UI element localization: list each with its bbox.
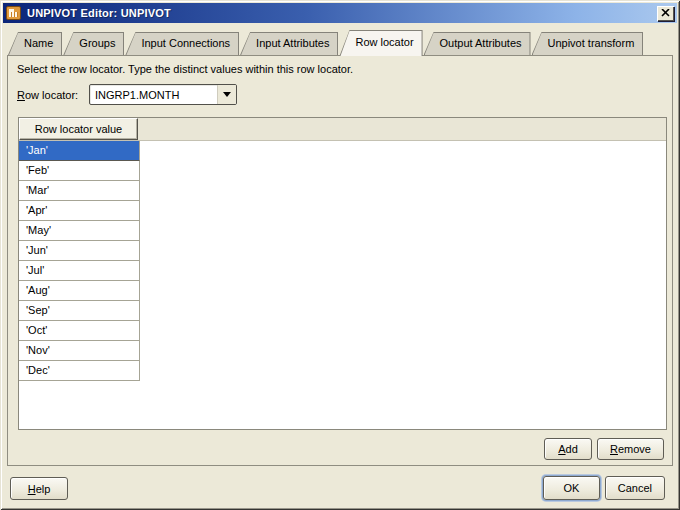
window-title: UNPIVOT Editor: UNPIVOT: [27, 7, 171, 19]
titlebar[interactable]: UNPIVOT Editor: UNPIVOT: [3, 3, 677, 23]
column-header-row-locator-value[interactable]: Row locator value: [19, 118, 138, 140]
tab-unpivot-transform[interactable]: Unpivot transform: [532, 32, 644, 55]
unpivot-editor-dialog: UNPIVOT Editor: UNPIVOT Name Groups Inpu…: [0, 0, 680, 510]
help-button[interactable]: Help: [10, 477, 68, 500]
tab-name[interactable]: Name: [8, 32, 62, 55]
close-button[interactable]: [657, 6, 674, 21]
table-row[interactable]: 'Feb': [19, 161, 140, 181]
ok-button[interactable]: OK: [543, 476, 600, 500]
tab-input-connections[interactable]: Input Connections: [125, 32, 239, 55]
row-locator-value: INGRP1.MONTH: [90, 89, 217, 101]
remove-button[interactable]: Remove: [597, 438, 664, 460]
tab-strip: Name Groups Input Connections Input Attr…: [8, 32, 644, 55]
app-icon: [6, 6, 21, 20]
dropdown-arrow-icon: [223, 92, 231, 97]
table-row[interactable]: 'Jul': [19, 261, 140, 281]
row-locator-tab-panel: Select the row locator. Type the distinc…: [7, 55, 673, 466]
cancel-button[interactable]: Cancel: [605, 476, 665, 500]
tab-input-attributes[interactable]: Input Attributes: [240, 32, 338, 55]
row-locator-table: Row locator value 'Jan' 'Feb' 'Mar' 'Apr…: [18, 117, 667, 430]
add-remove-group: Add Remove: [544, 438, 664, 460]
row-locator-label: Row locator:: [17, 89, 78, 101]
table-rows: 'Jan' 'Feb' 'Mar' 'Apr' 'May' 'Jun' 'Jul…: [19, 141, 140, 381]
close-icon: [661, 9, 670, 17]
table-row[interactable]: 'Jun': [19, 241, 140, 261]
tab-groups[interactable]: Groups: [63, 32, 124, 55]
table-row[interactable]: 'Jan': [19, 141, 140, 161]
table-header-strip: Row locator value: [19, 118, 666, 141]
tab-output-attributes[interactable]: Output Attributes: [424, 32, 531, 55]
instruction-text: Select the row locator. Type the distinc…: [17, 63, 353, 75]
table-row[interactable]: 'Mar': [19, 181, 140, 201]
tab-row-locator[interactable]: Row locator: [339, 30, 422, 56]
table-row[interactable]: 'May': [19, 221, 140, 241]
table-row[interactable]: 'Aug': [19, 281, 140, 301]
table-row[interactable]: 'Nov': [19, 341, 140, 361]
table-row[interactable]: 'Sep': [19, 301, 140, 321]
add-button[interactable]: Add: [544, 438, 592, 460]
table-row[interactable]: 'Oct': [19, 321, 140, 341]
row-locator-dropdown[interactable]: INGRP1.MONTH: [89, 84, 237, 105]
table-row[interactable]: 'Apr': [19, 201, 140, 221]
table-row[interactable]: 'Dec': [19, 361, 140, 381]
